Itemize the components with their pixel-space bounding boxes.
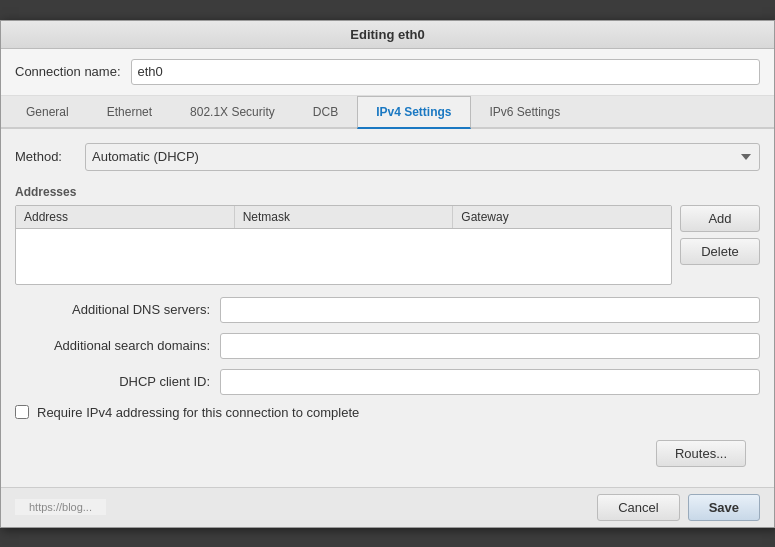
- tab-8021x-security[interactable]: 802.1X Security: [171, 96, 294, 129]
- addresses-buttons: Add Delete: [680, 205, 760, 285]
- addresses-section: Addresses Address Netmask Gateway Add De…: [15, 185, 760, 285]
- ipv4-tab-content: Method: Automatic (DHCP) Manual Link-Loc…: [1, 129, 774, 487]
- tab-dcb[interactable]: DCB: [294, 96, 357, 129]
- delete-button[interactable]: Delete: [680, 238, 760, 265]
- cancel-button[interactable]: Cancel: [597, 494, 679, 521]
- tab-general[interactable]: General: [7, 96, 88, 129]
- table-header-gateway: Gateway: [453, 206, 671, 228]
- method-label: Method:: [15, 149, 75, 164]
- routes-button[interactable]: Routes...: [656, 440, 746, 467]
- url-hint: https://blog...: [15, 499, 106, 515]
- connection-name-row: Connection name:: [1, 49, 774, 96]
- connection-name-label: Connection name:: [15, 64, 121, 79]
- dhcp-row: DHCP client ID:: [15, 369, 760, 395]
- require-ipv4-checkbox[interactable]: [15, 405, 29, 419]
- dns-input[interactable]: [220, 297, 760, 323]
- search-row: Additional search domains:: [15, 333, 760, 359]
- add-button[interactable]: Add: [680, 205, 760, 232]
- table-body[interactable]: [16, 229, 671, 279]
- dns-label: Additional DNS servers:: [15, 302, 210, 317]
- table-header-address: Address: [16, 206, 235, 228]
- addresses-section-label: Addresses: [15, 185, 760, 199]
- tab-ethernet[interactable]: Ethernet: [88, 96, 171, 129]
- dialog-title: Editing eth0: [350, 27, 424, 42]
- checkbox-row: Require IPv4 addressing for this connect…: [15, 405, 760, 420]
- method-row: Method: Automatic (DHCP) Manual Link-Loc…: [15, 143, 760, 171]
- dhcp-input[interactable]: [220, 369, 760, 395]
- require-ipv4-label: Require IPv4 addressing for this connect…: [37, 405, 359, 420]
- footer-buttons: Cancel Save: [597, 494, 760, 521]
- addresses-table: Address Netmask Gateway: [15, 205, 672, 285]
- tab-ipv6-settings[interactable]: IPv6 Settings: [471, 96, 580, 129]
- bottom-buttons: Routes...: [15, 432, 760, 477]
- dns-row: Additional DNS servers:: [15, 297, 760, 323]
- save-button[interactable]: Save: [688, 494, 760, 521]
- search-input[interactable]: [220, 333, 760, 359]
- dialog-titlebar: Editing eth0: [1, 21, 774, 49]
- table-header: Address Netmask Gateway: [16, 206, 671, 229]
- addresses-container: Address Netmask Gateway Add Delete: [15, 205, 760, 285]
- tabs-bar: General Ethernet 802.1X Security DCB IPv…: [1, 96, 774, 129]
- connection-name-input[interactable]: [131, 59, 760, 85]
- dhcp-label: DHCP client ID:: [15, 374, 210, 389]
- tab-ipv4-settings[interactable]: IPv4 Settings: [357, 96, 470, 129]
- method-select[interactable]: Automatic (DHCP) Manual Link-Local Only …: [85, 143, 760, 171]
- dialog-window: Editing eth0 Connection name: General Et…: [0, 20, 775, 528]
- dialog-footer: https://blog... Cancel Save: [1, 487, 774, 527]
- table-header-netmask: Netmask: [235, 206, 454, 228]
- search-label: Additional search domains:: [15, 338, 210, 353]
